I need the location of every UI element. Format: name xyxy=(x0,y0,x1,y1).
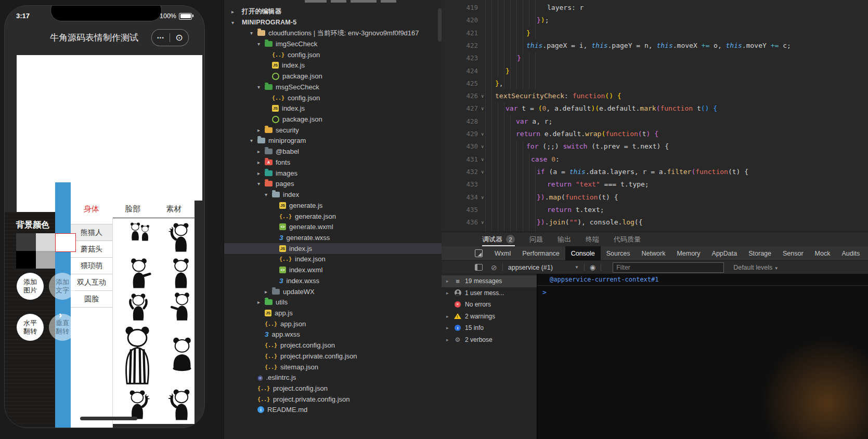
tab-脸部[interactable]: 脸部 xyxy=(112,204,153,214)
category-item[interactable]: 猥琐萌 xyxy=(71,258,112,274)
devtools-tab-mock[interactable]: Mock xyxy=(809,246,836,260)
panel-tab-问题[interactable]: 问题 xyxy=(529,232,543,246)
log-levels-dropdown[interactable]: Default levels ▼ xyxy=(733,264,778,271)
fold-icon[interactable]: ∨ xyxy=(481,153,484,166)
tree-item[interactable]: {..}config.json xyxy=(224,49,442,60)
tree-item[interactable]: ▸security xyxy=(224,125,442,136)
console-output[interactable]: @appservice-current-context#1 > xyxy=(537,274,868,439)
console-prompt[interactable]: > xyxy=(542,288,547,296)
fold-icon[interactable]: ∨ xyxy=(481,128,484,140)
category-item[interactable]: 双人互动 xyxy=(71,274,112,291)
panda-sticker-lean[interactable] xyxy=(166,291,195,322)
tree-item[interactable]: {..}app.json xyxy=(224,318,442,329)
tree-item[interactable]: iREADME.md xyxy=(224,405,442,416)
tree-item[interactable]: {..}index.json xyxy=(224,254,442,265)
devtools-tab-sources[interactable]: Sources xyxy=(601,246,636,260)
color-swatch[interactable] xyxy=(36,251,56,269)
devtools-tab-performance[interactable]: Performance xyxy=(516,246,565,260)
tree-item[interactable]: ▾pages xyxy=(224,179,442,190)
tree-item[interactable]: 3app.wxss xyxy=(224,329,442,340)
tree-item[interactable]: JSindex.js xyxy=(224,60,442,71)
tree-item[interactable]: package.json xyxy=(224,114,442,125)
tree-item[interactable]: ▾miniprogram xyxy=(224,136,442,147)
tool-button[interactable]: 水平 翻转 xyxy=(17,314,44,341)
context-selector[interactable]: appservice (#1) ▼ xyxy=(508,264,579,271)
panda-sticker-up[interactable] xyxy=(118,292,159,322)
fold-icon[interactable]: ∨ xyxy=(481,102,484,115)
panel-tab-终端[interactable]: 终端 xyxy=(586,232,599,246)
devtools-tab-sensor[interactable]: Sensor xyxy=(777,246,809,260)
tree-item[interactable]: ▾imgSecCheck xyxy=(224,38,442,49)
capsule-menu[interactable]: ••• ⊙ xyxy=(151,29,189,46)
console-filter-verbose[interactable]: ▸⚙2 verbose xyxy=(442,334,537,346)
panda-sticker-sit[interactable] xyxy=(165,336,195,373)
eye-icon[interactable]: ◉ xyxy=(590,263,595,271)
panda-sticker-wave[interactable] xyxy=(120,389,154,420)
color-swatch[interactable] xyxy=(16,251,36,269)
devtools-tab-memory[interactable]: Memory xyxy=(671,246,706,260)
tab-素材[interactable]: 素材 xyxy=(153,204,195,214)
console-filter-input[interactable] xyxy=(613,262,724,273)
explorer-scrollbar[interactable] xyxy=(438,8,442,42)
tree-item[interactable]: ▸images xyxy=(224,168,442,179)
color-swatch[interactable] xyxy=(16,233,36,251)
tool-button[interactable]: 添加 图片 xyxy=(17,273,44,300)
category-item[interactable]: 蘑菇头 xyxy=(71,241,112,258)
tree-item[interactable]: {..}config.json xyxy=(224,92,442,103)
inspect-element-icon[interactable] xyxy=(475,249,483,257)
tree-item[interactable]: 3index.wxss xyxy=(224,275,442,286)
tree-item[interactable]: ◉.eslintrc.js xyxy=(224,372,442,383)
tree-item[interactable]: ▸Afonts xyxy=(224,157,442,168)
fold-icon[interactable]: ∨ xyxy=(481,90,484,102)
panda-sticker-point[interactable] xyxy=(119,257,159,289)
more-icon[interactable]: ••• xyxy=(157,35,164,41)
devtools-tab-audits[interactable]: Audits xyxy=(836,246,865,260)
fold-icon[interactable]: ∨ xyxy=(481,140,484,153)
sticker-canvas[interactable] xyxy=(17,55,202,201)
devtools-tab-console[interactable]: Console xyxy=(565,246,601,260)
color-swatch[interactable] xyxy=(36,233,56,251)
panda-sticker-wave2[interactable] xyxy=(164,388,195,421)
tree-item[interactable]: 3generate.wxss xyxy=(224,232,442,243)
tab-身体[interactable]: 身体 xyxy=(71,204,112,214)
devtools-tab-wxml[interactable]: Wxml xyxy=(489,246,516,260)
tree-item[interactable]: ▸打开的编辑器 xyxy=(224,6,442,17)
tool-button[interactable]: 添加 文字 xyxy=(49,273,76,300)
tree-item[interactable]: {..}project.private.config.json xyxy=(224,351,442,362)
devtools-tab-storage[interactable]: Storage xyxy=(743,246,777,260)
tree-item[interactable]: <>generate.wxml xyxy=(224,221,442,232)
panda-sticker-sling[interactable] xyxy=(164,222,195,253)
tree-item[interactable]: ▾msgSecCheck xyxy=(224,82,442,92)
devtools-tab-network[interactable]: Network xyxy=(636,246,671,260)
devtools-tab-appdata[interactable]: AppData xyxy=(706,246,743,260)
tool-button[interactable]: 垂直 翻转 xyxy=(49,314,76,341)
drawer-handle[interactable] xyxy=(55,182,71,428)
tree-item[interactable]: ▾index xyxy=(224,189,442,200)
fold-icon[interactable]: ∨ xyxy=(481,191,484,204)
tree-item[interactable]: ▾MINIPROGRAM-5 xyxy=(224,17,442,28)
category-item[interactable]: 圆脸 xyxy=(71,291,112,308)
target-icon[interactable]: ⊙ xyxy=(176,33,183,42)
panda-sticker-stand[interactable] xyxy=(165,257,195,289)
tree-item[interactable]: JSindex.js xyxy=(224,243,442,254)
code-editor[interactable]: 419layers: r420});421}422this.pageX = i,… xyxy=(442,0,868,232)
color-swatch[interactable] xyxy=(55,233,76,252)
panda-sticker-pair[interactable] xyxy=(120,222,159,253)
panel-tab-输出[interactable]: 输出 xyxy=(558,232,571,246)
console-filter-error[interactable]: ✕No errors xyxy=(442,299,537,311)
fold-icon[interactable]: ∨ xyxy=(481,216,484,229)
panel-tab-调试器[interactable]: 调试器2 xyxy=(482,232,515,246)
tree-item[interactable]: JSindex.js xyxy=(224,103,442,114)
dock-side-icon[interactable] xyxy=(475,264,483,271)
tree-item[interactable]: {..}sitemap.json xyxy=(224,362,442,373)
chevron-right-icon[interactable]: › xyxy=(59,309,62,321)
fold-icon[interactable]: ∨ xyxy=(481,166,484,178)
tree-item[interactable]: {..}project.config.json xyxy=(224,340,442,351)
tree-item[interactable]: JSapp.js xyxy=(224,308,442,318)
tree-item[interactable]: <>index.wxml xyxy=(224,264,442,275)
console-filter-list[interactable]: ▸≡19 messages xyxy=(442,275,537,287)
panel-tab-代码质量[interactable]: 代码质量 xyxy=(614,232,641,246)
console-context-link[interactable]: @appservice-current-context#1 xyxy=(550,276,659,283)
tree-item[interactable]: ▸@babel xyxy=(224,146,442,157)
tree-item[interactable]: {..}project.config.json xyxy=(224,383,442,394)
